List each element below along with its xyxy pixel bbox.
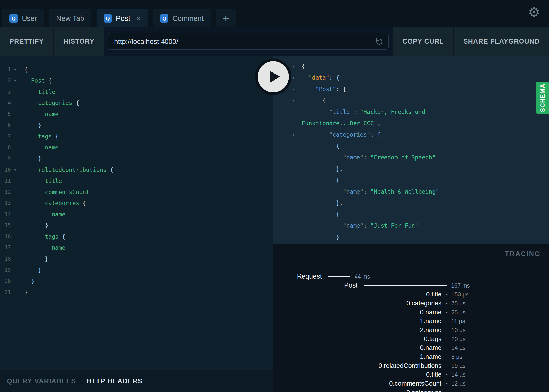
trace-span-row: 0.title-153 µs (273, 290, 549, 299)
query-variables-tab[interactable]: QUERY VARIABLES (7, 377, 76, 385)
code-text: name (19, 242, 65, 253)
line-number: 10 (0, 164, 11, 175)
settings-gear-icon[interactable]: ⚙ (528, 4, 540, 20)
code-text: } (19, 265, 41, 276)
line-number: 21 (0, 287, 11, 298)
code-text: } (19, 276, 35, 287)
code-line: "title": "Hacker, Freaks und (273, 106, 549, 118)
code-line: 1▾{ (0, 64, 273, 75)
code-text: title (19, 86, 55, 98)
fold-arrow-icon[interactable]: ▾ (288, 129, 298, 140)
code-line: 10▾ relatedContributions { (0, 164, 273, 175)
trace-span-label: 0.name (273, 308, 441, 317)
tab-post[interactable]: Q Post × (97, 9, 148, 27)
trace-dash: - (443, 388, 450, 392)
trace-dash: - (443, 299, 450, 308)
line-number: 3 (0, 86, 11, 98)
trace-timeline-bar (364, 285, 447, 286)
code-line: 6 } (0, 120, 273, 131)
fold-gutter (288, 163, 298, 174)
trace-span-label: 0.tags (273, 334, 441, 343)
trace-dash: - (443, 343, 450, 352)
copy-curl-button[interactable]: COPY CURL (393, 27, 453, 56)
execute-query-button[interactable] (258, 61, 289, 92)
close-tab-icon[interactable]: × (136, 14, 141, 22)
reload-icon[interactable] (375, 37, 384, 46)
trace-span-duration: 75 µs (451, 299, 466, 308)
code-line: 9 } (0, 153, 273, 164)
code-text: } (19, 120, 41, 131)
fold-arrow-icon[interactable]: ▾ (288, 83, 298, 95)
fold-arrow-icon[interactable]: ▾ (288, 72, 298, 83)
code-line: 15 } (0, 220, 273, 231)
prettify-button[interactable]: PRETTIFY (0, 27, 53, 56)
tab-label: User (22, 14, 37, 23)
trace-span-row: 0.name-25 µs (273, 308, 549, 317)
fold-arrow-icon[interactable]: ▾ (11, 64, 19, 75)
tab-new-tab[interactable]: New Tab (49, 9, 91, 27)
trace-span-label: 0.categories (273, 299, 441, 308)
code-text: { (298, 140, 339, 152)
code-line: 17 name (0, 242, 273, 253)
tab-user[interactable]: Q User (2, 9, 44, 27)
trace-span-label: Request (273, 272, 322, 281)
trace-span-row: 0.commentsCount-12 µs (273, 379, 549, 388)
code-text: { (298, 61, 305, 72)
trace-span-row: 2.name-10 µs (273, 325, 549, 334)
fold-gutter (11, 142, 19, 153)
history-button[interactable]: HISTORY (54, 27, 104, 56)
endpoint-url-input[interactable] (108, 33, 389, 50)
code-text: "Post": [ (298, 83, 346, 95)
tab-label: Post (116, 14, 130, 23)
fold-gutter (11, 198, 19, 209)
code-line: }, (273, 163, 549, 174)
trace-dash: - (443, 290, 450, 299)
fold-arrow-icon[interactable]: ▾ (11, 75, 19, 86)
code-line: 18 } (0, 253, 273, 265)
code-text: name (19, 142, 58, 153)
fold-gutter (11, 98, 19, 109)
fold-gutter (11, 175, 19, 187)
schema-side-tab[interactable]: SCHEMA (536, 82, 549, 114)
tracing-heading: TRACING (505, 250, 541, 258)
fold-gutter (11, 265, 19, 276)
response-pane: ▾{▾ "data": {▾ "Post": [▾ { "title": "Ha… (273, 56, 549, 244)
fold-gutter (11, 276, 19, 287)
fold-gutter (288, 174, 298, 186)
trace-span-label: 0.name (273, 343, 441, 352)
query-editor[interactable]: 1▾{2▾ Post {3 title4 categories {5 name6… (0, 56, 273, 370)
code-line: 20 } (0, 276, 273, 287)
trace-span-label: 0.commentsCount (273, 379, 441, 388)
endpoint-url-bar (105, 27, 392, 56)
line-number: 14 (0, 209, 11, 220)
code-text: } (298, 231, 339, 243)
add-tab-button[interactable]: + (216, 9, 236, 27)
fold-arrow-icon[interactable]: ▾ (288, 61, 298, 72)
trace-span-row: 0.name-14 µs (273, 343, 549, 352)
fold-gutter (11, 187, 19, 198)
code-text: "name": "Freedom of Speech" (298, 152, 436, 163)
code-text: categories { (19, 98, 79, 109)
line-number: 18 (0, 253, 11, 265)
fold-gutter (288, 197, 298, 209)
share-playground-button[interactable]: SHARE PLAYGROUND (454, 27, 549, 56)
http-headers-tab[interactable]: HTTP HEADERS (86, 377, 143, 385)
code-line: 8 name (0, 142, 273, 153)
code-line: ▾ "categories": [ (273, 129, 549, 140)
code-line: "name": "Just For Fun" (273, 220, 549, 231)
trace-span-duration: 14 µs (451, 343, 466, 352)
fold-gutter (11, 209, 19, 220)
fold-arrow-icon[interactable]: ▾ (11, 164, 19, 175)
fold-gutter (11, 120, 19, 131)
trace-dash: - (443, 370, 450, 379)
code-line: 2▾ Post { (0, 75, 273, 86)
code-line: } (273, 231, 549, 243)
line-number: 1 (0, 64, 11, 75)
tab-comment[interactable]: Q Comment (153, 9, 211, 27)
code-text: name (19, 209, 65, 220)
code-line: { (273, 174, 549, 186)
code-line: 11 title (0, 175, 273, 187)
fold-gutter (11, 287, 19, 298)
code-text: Post { (19, 75, 52, 86)
fold-arrow-icon[interactable]: ▾ (288, 95, 298, 106)
